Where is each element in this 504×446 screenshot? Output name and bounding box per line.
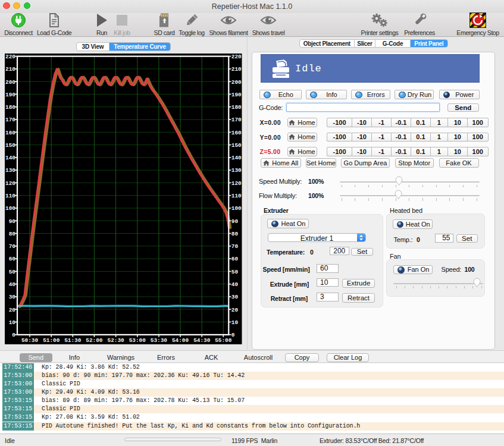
svg-text:210: 210 [231, 66, 242, 73]
svg-text:100: 100 [231, 205, 242, 212]
svg-text:160: 160 [231, 130, 242, 136]
svg-text:70: 70 [9, 243, 16, 250]
svg-text:51:00: 51:00 [43, 337, 60, 344]
svg-text:50: 50 [231, 269, 239, 275]
svg-text:110: 110 [231, 193, 242, 199]
svg-text:220: 220 [5, 54, 15, 60]
svg-text:170: 170 [5, 117, 15, 123]
svg-text:0: 0 [12, 332, 15, 338]
svg-text:50:30: 50:30 [21, 337, 39, 344]
svg-text:190: 190 [231, 92, 242, 98]
svg-text:110: 110 [5, 193, 15, 199]
svg-text:30: 30 [231, 294, 239, 300]
svg-text:90: 90 [9, 218, 16, 225]
svg-text:130: 130 [5, 167, 15, 174]
svg-text:100: 100 [5, 205, 15, 212]
svg-text:120: 120 [231, 180, 242, 187]
svg-text:54:00: 54:00 [172, 337, 189, 344]
svg-text:200: 200 [231, 79, 242, 86]
svg-text:50: 50 [9, 269, 16, 275]
svg-text:10: 10 [9, 319, 16, 326]
svg-text:140: 140 [5, 155, 15, 161]
svg-text:130: 130 [231, 167, 242, 174]
svg-text:55:00: 55:00 [215, 337, 232, 344]
svg-text:150: 150 [5, 142, 15, 149]
svg-text:190: 190 [5, 92, 15, 98]
svg-text:120: 120 [5, 180, 15, 187]
svg-text:60: 60 [9, 256, 16, 262]
svg-text:30: 30 [9, 294, 16, 300]
svg-text:140: 140 [231, 155, 242, 161]
svg-text:0: 0 [231, 332, 235, 338]
svg-text:220: 220 [231, 54, 242, 60]
svg-text:51:30: 51:30 [64, 337, 82, 344]
svg-text:60: 60 [231, 256, 239, 262]
svg-text:180: 180 [5, 104, 15, 111]
svg-text:180: 180 [231, 104, 242, 111]
svg-text:70: 70 [231, 243, 239, 250]
svg-text:52:00: 52:00 [86, 337, 103, 344]
svg-text:210: 210 [5, 66, 15, 73]
svg-text:52:30: 52:30 [108, 337, 125, 344]
svg-text:80: 80 [9, 231, 16, 237]
svg-text:160: 160 [5, 130, 15, 136]
svg-text:54:30: 54:30 [193, 337, 211, 344]
svg-text:20: 20 [9, 307, 16, 313]
svg-text:53:00: 53:00 [129, 337, 146, 344]
svg-text:90: 90 [231, 218, 239, 225]
svg-text:80: 80 [231, 231, 239, 237]
svg-text:20: 20 [231, 307, 239, 313]
svg-text:200: 200 [5, 79, 15, 86]
svg-text:170: 170 [231, 117, 242, 123]
svg-text:10: 10 [231, 319, 239, 326]
svg-text:40: 40 [231, 281, 239, 288]
svg-text:150: 150 [231, 142, 242, 149]
svg-text:53:30: 53:30 [151, 337, 168, 344]
svg-text:40: 40 [9, 281, 16, 288]
